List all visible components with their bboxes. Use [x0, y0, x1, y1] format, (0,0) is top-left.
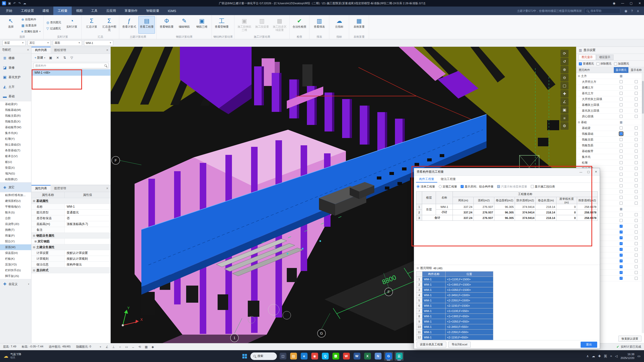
word-icon[interactable]: W	[352, 352, 361, 361]
nav-item[interactable]: 保温层(H)	[0, 250, 31, 256]
show-element-checkbox[interactable]	[620, 167, 623, 170]
show-name-checkbox[interactable]	[635, 213, 638, 216]
view-report-button[interactable]: ▥查看报表	[311, 16, 328, 34]
restore-view-icon[interactable]: ↺	[560, 58, 569, 65]
nav-group-other[interactable]: ◈其它	[0, 183, 31, 192]
show-name-checkbox[interactable]	[635, 173, 638, 176]
show-name-checkbox[interactable]	[635, 103, 638, 106]
tree-row[interactable]: 房心回填	[576, 114, 644, 119]
nav-item[interactable]: 雨篷(P)	[0, 233, 31, 239]
property-value[interactable]: 顶板顶标高(6.7)	[65, 221, 110, 227]
tree-row[interactable]: 柱墩	[576, 160, 644, 166]
show-element-checkbox[interactable]	[620, 161, 623, 164]
detail-row[interactable]: 12WM-1<2-1150,F+550>	[416, 335, 493, 340]
property-value[interactable]: 按默认计算设置	[65, 250, 110, 256]
nav-item[interactable]: 独立基础(D)	[0, 142, 31, 148]
show-element-checkbox[interactable]	[620, 254, 623, 257]
user-icon[interactable]: ◉	[610, 0, 618, 7]
taskbar-search[interactable]: 搜索	[251, 352, 277, 360]
weather-widget[interactable]: ☁ 气温下降 明天	[0, 350, 25, 362]
property-value[interactable]: WM-1	[65, 204, 110, 209]
nav-group-pit-support[interactable]: ▣基坑支护	[0, 72, 31, 82]
detail-row[interactable]: 10WM-1<2-3450,F+550>	[416, 324, 493, 330]
tree-row[interactable]: 大开挖土方	[576, 79, 644, 85]
detail-row[interactable]: 1WM-1<1+1100,F+1500>	[416, 277, 493, 282]
subcategory-select[interactable]: 屋面▼	[53, 40, 82, 46]
exit-button[interactable]: 退出	[581, 342, 597, 348]
nav-item[interactable]: 筏板主筋(R)	[0, 113, 31, 119]
start-button[interactable]	[240, 352, 249, 360]
property-group-row[interactable]: ⊟钢筋业务属性	[31, 233, 110, 239]
tab-component-list[interactable]: 构件列表	[31, 47, 51, 54]
scrollbar-thumb[interactable]	[642, 81, 644, 114]
show-room-checkbox[interactable]: 显示房间、组合构件量	[461, 185, 494, 189]
tree-row[interactable]: 基础板带	[576, 148, 644, 154]
dialog-titlebar[interactable]: 查看构件图元工程量 —▢✕	[414, 168, 600, 176]
show-element-checkbox[interactable]	[620, 184, 623, 187]
list-quantity-radio[interactable]: 清单工程量	[417, 185, 435, 189]
edge-icon[interactable]: e	[300, 352, 309, 361]
undo-icon[interactable]: ↶	[12, 2, 17, 5]
display-filter-2[interactable]: 拆除图元	[596, 62, 612, 66]
task-view-icon[interactable]: ◫	[278, 352, 288, 361]
tab-element-display[interactable]: 图元显示	[578, 55, 596, 60]
circle-snap-icon[interactable]: ○	[117, 344, 123, 349]
show-name-checkbox[interactable]	[635, 259, 638, 262]
detail-row[interactable]: 9WM-1<1+3350,F+550>	[416, 319, 493, 324]
show-element-checkbox[interactable]	[620, 259, 623, 262]
standard-floor-checkbox[interactable]: 只显示标准层单层量	[497, 185, 527, 189]
wps-icon[interactable]: W	[342, 352, 351, 361]
cloud-sync-icon[interactable]: ☁	[22, 2, 27, 5]
show-element-checkbox[interactable]	[620, 115, 623, 118]
filter-element-button[interactable]: ▽过滤图元	[45, 26, 62, 31]
nav-item[interactable]: 桩(U)	[0, 159, 31, 165]
property-group-row[interactable]: ⊟土建业务属性	[31, 244, 110, 250]
nav-item[interactable]: 垫层(X)	[0, 165, 31, 171]
show-name-checkbox[interactable]	[635, 178, 638, 182]
menu-tab-1[interactable]: 开始	[2, 7, 17, 15]
menu-tab-10[interactable]: IGMS	[164, 7, 180, 15]
collapse-icon[interactable]: ⊟	[33, 246, 35, 249]
nav-group-foundation[interactable]: ▬基础	[0, 92, 31, 101]
nav-item[interactable]: 脚手架(JS)	[0, 273, 31, 279]
property-group-row[interactable]: ⊟显示样式	[31, 267, 110, 273]
copy-component-button[interactable]: ▣	[47, 55, 54, 61]
excel-icon[interactable]: X	[363, 352, 372, 361]
tree-row[interactable]: 基础梁	[576, 125, 644, 131]
zoom-fit-icon[interactable]: ▢	[560, 82, 569, 89]
show-name-checkbox[interactable]	[635, 167, 638, 170]
construction-group-checkbox[interactable]: 显示施工段归类	[531, 185, 555, 189]
point-snap-icon[interactable]: +	[98, 344, 103, 349]
tree-row[interactable]: 大开挖灰土回填	[576, 96, 644, 102]
show-name-checkbox[interactable]	[635, 161, 638, 164]
collapse-ribbon-icon[interactable]: ∧	[635, 9, 641, 13]
show-name-checkbox[interactable]	[635, 202, 638, 205]
zoom-in-icon[interactable]: ⊕	[560, 66, 569, 73]
section-icon[interactable]: ▣	[560, 106, 569, 114]
detail-row[interactable]: 8WM-1<1+1900,F+550>	[416, 314, 493, 319]
detail-row[interactable]: 4WM-1<2-3450,F+1500>	[416, 293, 493, 298]
tab-layer-manage[interactable]: 图层管理	[51, 185, 70, 192]
property-value[interactable]	[65, 227, 110, 233]
show-element-checkbox[interactable]	[620, 86, 623, 89]
tree-row[interactable]: 筏板基础	[576, 131, 644, 137]
dialog-minimize-button[interactable]: —	[577, 168, 585, 176]
show-element-checkbox[interactable]	[620, 236, 623, 239]
collapse-icon[interactable]: ⊟	[578, 121, 580, 124]
tree-group-row[interactable]: ⊟土方▦	[576, 73, 644, 79]
onedrive-icon[interactable]: ☁	[592, 354, 595, 358]
zoom-out-icon[interactable]: ⊖	[560, 74, 569, 81]
show-name-checkbox[interactable]	[635, 109, 638, 112]
tree-row[interactable]: 筏板主筋	[576, 137, 644, 143]
show-name-checkbox[interactable]	[635, 265, 638, 268]
quantity-row[interactable]: 1首层WM-1337.24276.93796.305374.9414218.14…	[416, 204, 598, 210]
display-filter-3[interactable]: 加固图元	[614, 62, 629, 66]
show-name-checkbox[interactable]	[635, 138, 638, 141]
collapse-icon[interactable]: ⊟	[33, 234, 35, 237]
nav-item[interactable]: 栏板(K)	[0, 256, 31, 262]
box-select-icon[interactable]: ▭	[124, 344, 129, 349]
show-element-checkbox[interactable]	[620, 202, 623, 205]
edit-rebar-button[interactable]: ✎编辑钢筋	[176, 16, 192, 34]
property-value[interactable]: 按构件做法	[65, 262, 110, 267]
nav-item[interactable]: 阳台(Y)	[0, 239, 31, 244]
